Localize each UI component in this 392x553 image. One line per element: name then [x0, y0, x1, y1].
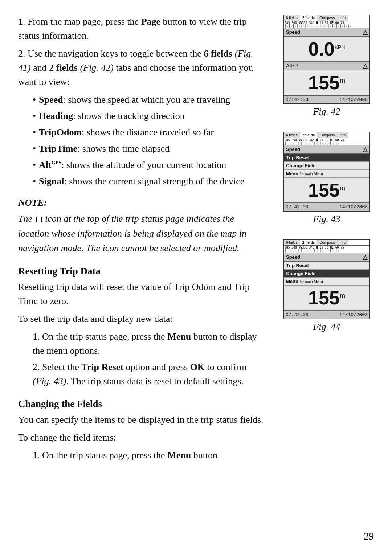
- reset-step2: 2. Select the Trip Reset option and pres…: [33, 360, 265, 388]
- alt-label-42: AltGPS: [286, 63, 298, 69]
- fig-42: 6 fields 2 fields Compass Info 285 300 N…: [283, 15, 370, 117]
- compass-bar-43: 285 300 NW330 345 N 15 30 NE 60 75 |.|.|…: [284, 138, 369, 145]
- speed-icon-42: △: [363, 29, 367, 36]
- compass-bar-42: 285 300 NW330 345 N 15 30 NE 60 75 |.|.|…: [284, 21, 369, 28]
- time-43: 07:42:03: [284, 203, 327, 211]
- tabs-43: 6 fields 2 fields Compass Info: [284, 132, 369, 138]
- tab-info-43: Info: [337, 132, 348, 138]
- tab-2fields-44: 2 fields: [300, 240, 317, 245]
- tab-info: Info: [337, 15, 348, 21]
- alt-unit-42: m: [340, 77, 345, 84]
- reset-step1: 1. On the trip status page, press the Me…: [33, 329, 265, 358]
- menu-main-menu-43: Menu for main Menu: [284, 170, 369, 178]
- page-number: 29: [364, 531, 374, 542]
- resetting-para1: Resetting trip data will reset the value…: [18, 280, 265, 308]
- menu-change-field-43: Change Field: [284, 162, 369, 170]
- date-42: 14/10/2008: [327, 96, 370, 103]
- device-screen-44: 6 fields 2 fields Compass Info 285 300 N…: [283, 239, 370, 319]
- paragraph-2: 2. Use the navigation keys to toggle bet…: [18, 46, 265, 89]
- tab-6fields-43: 6 fields: [284, 132, 300, 138]
- alt-icon-42: △: [363, 62, 367, 69]
- alt-unit-44: m: [340, 292, 345, 299]
- speed-value-42: 0.0KPH: [284, 37, 369, 62]
- paragraph-1: 1. From the map page, press the Page but…: [18, 15, 265, 43]
- fig-42-caption: Fig. 42: [313, 106, 340, 117]
- fig-43-caption: Fig. 43: [313, 214, 340, 225]
- fig-44-caption: Fig. 44: [313, 321, 340, 332]
- speed-label-42: Speed: [286, 29, 300, 35]
- tab-6fields: 6 fields: [284, 15, 300, 21]
- tabs-44: 6 fields 2 fields Compass Info: [284, 240, 369, 246]
- bullet-altgps: •AltGPS: shows the altitude of your curr…: [33, 158, 265, 172]
- compass-bar-44: 285 300 NW330 345 N 15 30 NE 60 75 |.|.|…: [284, 246, 369, 253]
- note-section: NOTE: The icon at the top of the trip st…: [18, 196, 265, 255]
- device-screen-42: 6 fields 2 fields Compass Info 285 300 N…: [283, 15, 370, 104]
- speed-label-43: Speed: [286, 147, 300, 152]
- tabs-42: 6 fields 2 fields Compass Info: [284, 15, 369, 21]
- tab-6fields-44: 6 fields: [284, 240, 300, 245]
- menu-change-field-44: Change Field: [284, 270, 369, 278]
- alt-unit-43: m: [340, 184, 345, 192]
- date-43: 14/10/2008: [327, 203, 370, 211]
- fig-44: 6 fields 2 fields Compass Info 285 300 N…: [283, 239, 370, 332]
- alt-value-43: 155m: [284, 178, 369, 203]
- section-changing-heading: Changing the Fields: [18, 398, 265, 410]
- bullet-signal: •Signal: shows the current signal streng…: [33, 174, 265, 188]
- date-44: 14/10/2008: [327, 311, 370, 319]
- speed-field-44: Speed △: [284, 253, 369, 262]
- speed-field-43: Speed △: [284, 145, 369, 154]
- alt-field-42: AltGPS △: [284, 62, 369, 70]
- tab-2fields-active: 2 fields: [300, 15, 317, 21]
- location-icon: [36, 217, 42, 222]
- main-content: 1. From the map page, press the Page but…: [18, 15, 276, 464]
- speed-label-44: Speed: [286, 254, 300, 260]
- bullet-heading: •Heading: shows the tracking direction: [33, 109, 265, 123]
- changing-para1: You can specify the items to be displaye…: [18, 413, 265, 427]
- speed-field-42: Speed △: [284, 28, 369, 37]
- bottom-bar-43: 07:42:03 14/10/2008: [284, 203, 369, 211]
- section-resetting-heading: Resetting Trip Data: [18, 266, 265, 277]
- alt-value-44: 155m: [284, 286, 369, 311]
- tab-compass: Compass: [317, 15, 337, 21]
- speed-unit-42: KPH: [335, 44, 345, 50]
- bottom-bar-44: 07:42:03 14/10/2008: [284, 311, 369, 319]
- figures-column: 6 fields 2 fields Compass Info 285 300 N…: [276, 15, 377, 464]
- bullet-speed: •Speed: shows the speed at which you are…: [33, 93, 265, 107]
- time-42: 07:42:03: [284, 96, 327, 103]
- resetting-para2: To set the trip data and display new dat…: [18, 312, 265, 326]
- fig-43: 6 fields 2 fields Compass Info 285 300 N…: [283, 132, 370, 225]
- change-step1: 1. On the trip status page, press the Me…: [33, 448, 265, 462]
- time-44: 07:42:03: [284, 311, 327, 319]
- tab-compass-43: Compass: [317, 132, 337, 138]
- bullet-triptime: •TripTime: shows the time elapsed: [33, 142, 265, 156]
- bullet-tripodom: •TripOdom: shows the distance traveled s…: [33, 125, 265, 139]
- menu-trip-reset-44: Trip Reset: [284, 262, 369, 270]
- speed-icon-44: △: [363, 254, 367, 261]
- speed-icon-43: △: [363, 146, 367, 153]
- tab-info-44: Info: [337, 240, 348, 245]
- alt-value-42: 155m: [284, 70, 369, 95]
- menu-trip-reset-43: Trip Reset: [284, 154, 369, 162]
- menu-main-menu-44: Menu for main Menu: [284, 278, 369, 286]
- changing-para2: To change the field items:: [18, 430, 265, 445]
- tab-2fields-43: 2 fields: [300, 132, 317, 138]
- tab-compass-44: Compass: [317, 240, 337, 245]
- bottom-bar-42: 07:42:03 14/10/2008: [284, 95, 369, 103]
- device-screen-43: 6 fields 2 fields Compass Info 285 300 N…: [283, 132, 370, 212]
- note-text: The icon at the top of the trip status p…: [18, 212, 265, 255]
